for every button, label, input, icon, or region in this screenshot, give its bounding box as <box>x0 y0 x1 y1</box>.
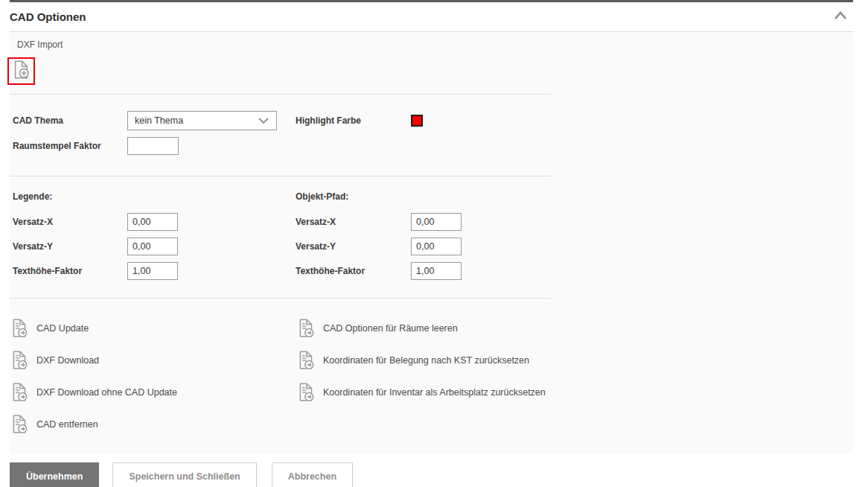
objektpfad-versatz-x-label: Versatz-X <box>296 217 411 227</box>
cad-entfernen-button[interactable]: CAD entfernen <box>10 408 297 440</box>
legende-texthoehe-input[interactable] <box>127 262 178 280</box>
cad-thema-select[interactable]: kein Thema <box>127 111 277 130</box>
chevron-up-icon <box>833 10 848 24</box>
legende-versatz-x-input[interactable] <box>127 213 178 231</box>
raumstempel-faktor-input[interactable] <box>127 137 179 155</box>
cad-optionen-raeume-leeren-button[interactable]: CAD Optionen für Räume leeren <box>297 312 853 344</box>
koordinaten-inventar-arbeitsplatz-button[interactable]: Koordinaten für Inventar als Arbeitsplat… <box>297 376 853 408</box>
cad-settings-form: CAD Thema kein Thema Highlight Farbe Rau… <box>13 111 551 155</box>
footer-button-bar: Übernehmen Speichern und Schließen Abbre… <box>0 453 868 487</box>
action-label: DXF Download <box>36 355 99 366</box>
legende-heading: Legende: <box>13 191 127 202</box>
legende-versatz-y-label: Versatz-Y <box>13 241 127 252</box>
objekt-pfad-heading: Objekt-Pfad: <box>296 191 411 202</box>
action-label: Koordinaten für Belegung nach KST zurück… <box>323 355 529 366</box>
collapse-panel-button[interactable] <box>829 7 852 27</box>
cancel-button[interactable]: Abbrechen <box>272 462 353 487</box>
cad-update-button[interactable]: CAD Update <box>10 312 297 344</box>
document-action-icon <box>297 382 316 403</box>
cad-thema-label: CAD Thema <box>13 115 127 126</box>
document-action-icon <box>297 318 316 339</box>
koordinaten-belegung-kst-button[interactable]: Koordinaten für Belegung nach KST zurück… <box>297 344 853 376</box>
legende-texthoehe-label: Texthöhe-Faktor <box>13 266 127 276</box>
dxf-download-button[interactable]: DXF Download <box>10 344 297 376</box>
apply-button[interactable]: Übernehmen <box>10 462 99 487</box>
cad-thema-selected-value: kein Thema <box>135 115 183 126</box>
legende-versatz-x-label: Versatz-X <box>13 217 127 227</box>
chevron-down-icon <box>258 114 269 127</box>
legende-versatz-y-input[interactable] <box>127 238 178 255</box>
section-divider <box>10 94 551 95</box>
document-action-icon <box>10 318 30 339</box>
raumstempel-faktor-label: Raumstempel Faktor <box>13 141 127 151</box>
panel-body: DXF Import CAD Thema kein Thema <box>10 32 853 453</box>
save-and-close-button[interactable]: Speichern und Schließen <box>112 462 256 487</box>
dxf-import-upload-button[interactable] <box>7 57 35 85</box>
action-label: CAD Update <box>36 323 89 334</box>
cad-actions: CAD Update <box>10 312 853 440</box>
highlight-color-swatch[interactable] <box>411 115 423 127</box>
objektpfad-versatz-y-input[interactable] <box>411 238 462 255</box>
dxf-import-label: DXF Import <box>10 39 853 50</box>
action-label: CAD Optionen für Räume leeren <box>323 323 458 334</box>
section-divider <box>10 298 551 299</box>
panel-header: CAD Optionen <box>10 2 853 31</box>
actions-left-column: CAD Update <box>10 312 297 440</box>
document-action-icon <box>10 382 30 403</box>
document-action-icon <box>297 350 316 371</box>
objektpfad-versatz-x-input[interactable] <box>411 213 462 231</box>
document-action-icon <box>10 414 30 435</box>
objektpfad-texthoehe-input[interactable] <box>411 262 462 280</box>
offset-form: Legende: Objekt-Pfad: Versatz-X Versatz-… <box>13 191 551 280</box>
action-label: DXF Download ohne CAD Update <box>36 387 177 398</box>
highlight-farbe-label: Highlight Farbe <box>296 115 411 126</box>
actions-right-column: CAD Optionen für Räume leeren <box>297 312 853 440</box>
cad-options-panel: CAD Optionen DXF Import <box>10 0 853 453</box>
page-title: CAD Optionen <box>10 10 86 23</box>
objektpfad-versatz-y-label: Versatz-Y <box>296 241 411 252</box>
objektpfad-texthoehe-label: Texthöhe-Faktor <box>296 266 411 276</box>
dxf-download-ohne-cad-update-button[interactable]: DXF Download ohne CAD Update <box>10 376 297 408</box>
section-divider <box>10 176 551 176</box>
document-add-icon <box>11 60 31 83</box>
action-label: Koordinaten für Inventar als Arbeitsplat… <box>323 387 546 398</box>
document-action-icon <box>10 350 30 371</box>
action-label: CAD entfernen <box>36 419 98 430</box>
